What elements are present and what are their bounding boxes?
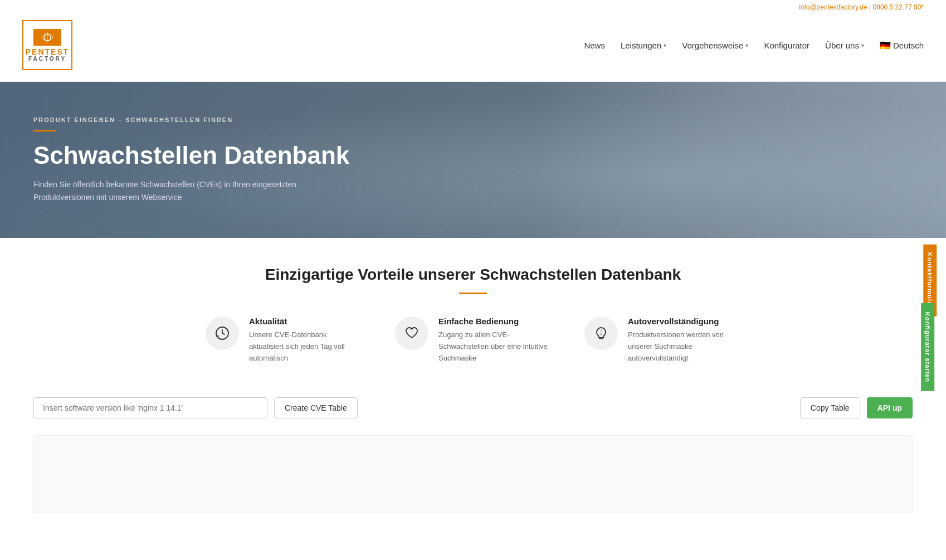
bulb-icon — [593, 325, 609, 341]
copy-table-button[interactable]: Copy Table — [800, 397, 860, 418]
main-nav: News Leistungen ▾ Vorgehensweise ▾ Konfi… — [584, 40, 924, 51]
nav-item-leistungen[interactable]: Leistungen ▾ — [621, 41, 666, 50]
feature-aktualitaet-text: Aktualität Unsere CVE-Datenbank aktualis… — [249, 316, 362, 364]
heart-icon — [404, 325, 420, 341]
feature-bedienung-title: Einfache Bedienung — [438, 316, 551, 326]
separator: | — [869, 3, 871, 11]
nav-item-konfigurator[interactable]: Konfigurator — [764, 41, 810, 50]
clock-icon: 24 — [214, 325, 230, 341]
features-title: Einzigartige Vorteile unserer Schwachste… — [33, 266, 913, 284]
feature-aktualitaet-title: Aktualität — [249, 316, 362, 326]
hero-title: Schwachstellen Datenbank — [33, 142, 357, 170]
chevron-down-icon: ▾ — [745, 42, 748, 48]
bulb-icon-wrap — [584, 316, 618, 350]
clock-icon-wrap: 24 — [206, 316, 239, 350]
chevron-down-icon: ▾ — [664, 42, 666, 48]
svg-text:24: 24 — [216, 334, 220, 338]
feature-autovervollstaendigung-text: Autovervollständigung Produktversionen w… — [628, 316, 740, 364]
search-section: Create CVE Table Copy Table API up — [0, 381, 946, 430]
feature-bedienung-text: Einfache Bedienung Zugang zu allen CVE-S… — [438, 316, 551, 364]
top-bar: info@pentestfactory.de | 0800 5 22 77 00… — [0, 0, 946, 14]
features-grid: 24 Aktualität Unsere CVE-Datenbank aktua… — [33, 316, 913, 364]
feature-aktualitaet-desc: Unsere CVE-Datenbank aktualisiert sich j… — [249, 329, 362, 364]
side-tab-konfigurator[interactable]: Konfigurator starten — [921, 303, 934, 391]
nav-item-vorgehensweise[interactable]: Vorgehensweise ▾ — [682, 41, 748, 50]
logo[interactable]: PENTEST FACTORY — [22, 20, 72, 70]
hero-subtitle: PRODUKT EINGEBEN – SCHWACHSTELLEN FINDEN — [33, 116, 357, 123]
feature-autovervollstaendigung: Autovervollständigung Produktversionen w… — [584, 316, 740, 364]
chevron-down-icon: ▾ — [861, 42, 864, 48]
header: PENTEST FACTORY News Leistungen ▾ Vorgeh… — [0, 14, 946, 82]
contact-email[interactable]: info@pentestfactory.de — [799, 3, 867, 11]
create-cve-table-button[interactable]: Create CVE Table — [274, 397, 358, 418]
logo-text-top: PENTEST — [26, 48, 70, 56]
nav-item-news[interactable]: News — [584, 41, 605, 50]
hero-description: Finden Sie öffentlich bekannte Schwachst… — [33, 178, 357, 203]
logo-svg-icon — [36, 31, 58, 44]
feature-autovervollstaendigung-desc: Produktversionen werden von unserer Such… — [628, 329, 740, 364]
nav-item-language[interactable]: 🇩🇪 Deutsch — [880, 40, 924, 51]
feature-bedienung-desc: Zugang zu allen CVE-Schwachstellen über … — [438, 329, 551, 364]
features-divider — [459, 293, 487, 294]
logo-text-bottom: FACTORY — [28, 56, 66, 62]
api-up-button[interactable]: API up — [867, 397, 913, 418]
hero-content: PRODUKT EINGEBEN – SCHWACHSTELLEN FINDEN… — [0, 116, 390, 203]
feature-aktualitaet: 24 Aktualität Unsere CVE-Datenbank aktua… — [206, 316, 362, 364]
flag-icon: 🇩🇪 — [880, 40, 891, 51]
heart-icon-wrap — [395, 316, 428, 350]
hero-divider — [33, 130, 56, 132]
feature-autovervollstaendigung-title: Autovervollständigung — [628, 316, 740, 326]
nav-item-ueber-uns[interactable]: Über uns ▾ — [825, 41, 864, 50]
result-area — [33, 435, 913, 513]
hero-keyboard-bg — [426, 82, 946, 238]
search-input[interactable] — [33, 397, 267, 418]
phone-number[interactable]: 0800 5 22 77 00* — [873, 3, 924, 11]
hero-banner: PRODUKT EINGEBEN – SCHWACHSTELLEN FINDEN… — [0, 82, 946, 238]
feature-bedienung: Einfache Bedienung Zugang zu allen CVE-S… — [395, 316, 551, 364]
features-section: Einzigartige Vorteile unserer Schwachste… — [0, 238, 946, 381]
